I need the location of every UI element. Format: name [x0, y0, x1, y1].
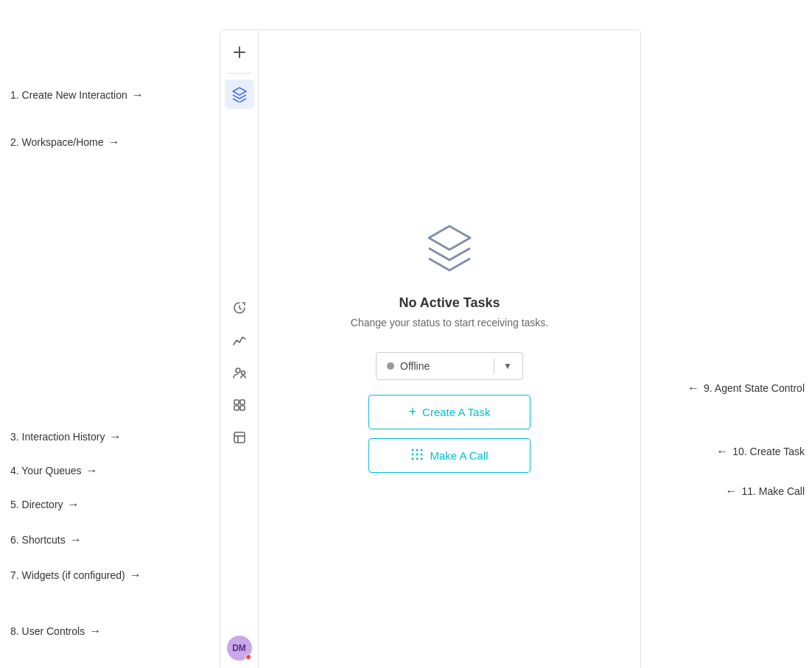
annotation-2-label: 2. Workspace/Home: [10, 136, 104, 148]
svg-point-19: [421, 457, 423, 460]
annotation-3: 3. Interaction History →: [10, 430, 121, 443]
annotation-4-label: 4. Your Queues: [10, 465, 82, 477]
sidebar-btn-shortcuts[interactable]: [225, 390, 254, 420]
annotation-4: 4. Your Queues →: [10, 464, 98, 477]
annotation-7-label: 7. Widgets (if configured): [10, 569, 125, 581]
annotation-5-label: 5. Directory: [10, 499, 63, 510]
create-task-label: Create A Task: [422, 406, 490, 418]
arrow-7: →: [130, 569, 141, 582]
chevron-down-icon: ▼: [503, 361, 512, 371]
ui-card: DM No Active Tasks Change your status to…: [220, 29, 641, 668]
annotation-7: 7. Widgets (if configured) →: [10, 569, 141, 582]
arrow-10: ←: [716, 445, 728, 458]
sidebar: DM: [220, 30, 259, 668]
svg-rect-4: [234, 400, 239, 404]
user-avatar[interactable]: DM: [227, 636, 252, 661]
make-call-button[interactable]: Make A Call: [368, 438, 531, 473]
annotation-8-label: 8. User Controls: [10, 625, 85, 637]
status-dropdown[interactable]: Offline ▼: [376, 352, 523, 380]
svg-point-11: [412, 449, 414, 451]
annotation-3-label: 3. Interaction History: [10, 431, 105, 443]
arrow-9: ←: [687, 382, 699, 395]
svg-point-15: [416, 453, 419, 455]
svg-point-16: [421, 453, 423, 455]
sidebar-btn-create-new[interactable]: [225, 38, 254, 67]
make-call-label: Make A Call: [430, 449, 488, 462]
svg-point-14: [412, 453, 414, 455]
annotation-10-label: 10. Create Task: [732, 446, 805, 457]
arrow-2: →: [108, 136, 120, 149]
sidebar-btn-widgets[interactable]: [225, 423, 254, 452]
annotation-8: 8. User Controls →: [10, 625, 101, 638]
annotation-9-label: 9. Agent State Control: [704, 382, 805, 394]
annotation-5: 5. Directory →: [10, 498, 80, 511]
create-task-button[interactable]: + Create A Task: [368, 395, 531, 429]
svg-rect-7: [240, 406, 245, 410]
annotation-10: ← 10. Create Task: [716, 445, 805, 458]
sidebar-btn-your-queues[interactable]: [225, 326, 254, 355]
annotations-right: ← 9. Agent State Control ← 10. Create Ta…: [641, 0, 812, 668]
sidebar-btn-workspace[interactable]: [225, 80, 254, 109]
sidebar-btn-interaction-history[interactable]: [225, 293, 254, 323]
annotation-1-label: 1. Create New Interaction: [10, 89, 127, 101]
svg-rect-8: [234, 432, 245, 443]
arrow-11: ←: [725, 485, 737, 498]
svg-point-2: [236, 368, 240, 373]
annotation-2: 2. Workspace/Home →: [10, 136, 120, 149]
status-dropdown-label: Offline: [400, 360, 485, 372]
annotation-9: ← 9. Agent State Control: [687, 382, 805, 395]
annotations-left: 1. Create New Interaction → 2. Workspace…: [0, 0, 220, 668]
annotation-11: ← 11. Make Call: [725, 485, 805, 498]
svg-rect-5: [240, 400, 245, 404]
arrow-8: →: [89, 625, 101, 638]
annotation-1: 1. Create New Interaction →: [10, 88, 144, 102]
svg-point-17: [412, 457, 414, 460]
arrow-3: →: [109, 430, 121, 443]
arrow-6: →: [70, 533, 82, 546]
annotation-6-label: 6. Shortcuts: [10, 534, 66, 546]
page-container: 1. Create New Interaction → 2. Workspace…: [0, 0, 812, 668]
offline-status-dot: [387, 362, 394, 370]
svg-point-12: [416, 449, 419, 451]
sidebar-divider-1: [228, 73, 251, 74]
svg-rect-6: [234, 406, 239, 410]
arrow-4: →: [86, 464, 98, 477]
user-status-dot: [245, 654, 251, 660]
grid-phone-icon: [410, 448, 424, 463]
plus-icon: +: [409, 404, 417, 420]
empty-state-title: No Active Tasks: [399, 295, 500, 311]
annotation-11-label: 11. Make Call: [741, 485, 805, 497]
arrow-1: →: [132, 88, 144, 102]
svg-point-13: [421, 449, 423, 451]
svg-point-18: [416, 457, 419, 460]
empty-state-subtitle: Change your status to start receiving ta…: [351, 317, 548, 328]
annotation-6: 6. Shortcuts →: [10, 533, 82, 546]
user-initials: DM: [232, 643, 246, 653]
svg-point-3: [241, 370, 245, 374]
dropdown-divider: [494, 359, 494, 373]
main-content: No Active Tasks Change your status to st…: [259, 30, 640, 668]
empty-state-icon: [420, 219, 479, 281]
sidebar-btn-directory[interactable]: [225, 358, 254, 387]
arrow-5: →: [68, 498, 80, 511]
